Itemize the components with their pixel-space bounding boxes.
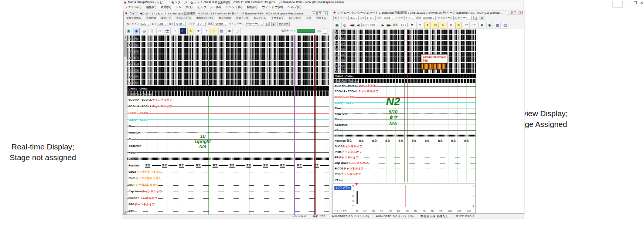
page-count-button[interactable]: 2 bbox=[480, 16, 484, 20]
review-maximize-button[interactable]: ❐ bbox=[512, 11, 517, 14]
scorer-person-icon[interactable]: ☻ bbox=[478, 22, 485, 28]
channel-row[interactable]: C3 - M2 bbox=[334, 40, 476, 46]
channel-row[interactable]: ECG-LA - ECG-LLチャンネルオフ bbox=[127, 103, 329, 110]
channel-row[interactable]: Flow bbox=[127, 123, 329, 129]
channel-row[interactable]: E1 - M2 bbox=[334, 63, 476, 68]
channel-row[interactable]: PPGチャンネルオフ bbox=[127, 202, 329, 208]
live-trace-canvas[interactable]: F3 - M2 F4 - M1 C3 - M2 C4 - M1 bbox=[127, 35, 329, 215]
disabled-tool-icon[interactable]: ▢ bbox=[234, 28, 241, 34]
previous-epoch-button[interactable]: ◀ bbox=[356, 23, 360, 27]
channel-row[interactable]: ECG-LA - ECG-LLチャンネルオフ bbox=[334, 89, 476, 94]
channel-row[interactable]: ECG RA - ECG-LA bbox=[334, 78, 476, 83]
settings-combo[interactable]: 7uV/mm▼ bbox=[422, 16, 436, 20]
channel-row[interactable]: Cap Waveチャンネルオフ bbox=[127, 188, 329, 195]
event-button[interactable]: 歯ぎしり bbox=[160, 16, 172, 20]
fast-forward-button[interactable]: ▶▶ bbox=[386, 23, 391, 27]
current-time-cursor[interactable] bbox=[314, 35, 316, 215]
settings-combo[interactable]: 30 秒/ページ▼ bbox=[245, 22, 263, 26]
page-count-button[interactable]: 2 bbox=[271, 22, 276, 26]
menu-item[interactable]: イベント(N) bbox=[225, 5, 243, 10]
video-cursor-line[interactable] bbox=[294, 35, 295, 215]
lights-on-icon[interactable]: ✳ bbox=[187, 28, 194, 34]
live-vertical-scrollbar[interactable]: ▲ ▼ bbox=[124, 35, 127, 215]
arrow-up-icon[interactable]: ↑ bbox=[172, 28, 178, 34]
channel-row[interactable]: E2 - M2 bbox=[334, 68, 476, 74]
current-time-cursor[interactable] bbox=[408, 29, 408, 182]
review-minimize-button[interactable]: ─ bbox=[507, 11, 512, 14]
waves-icon[interactable]: ≈ bbox=[195, 28, 202, 34]
channel-row[interactable]: F4 - M1 bbox=[127, 41, 329, 48]
channel-row[interactable]: 直立直立直立直立直立直立直立直立直立直立直立直立 Position 直立 bbox=[334, 138, 476, 144]
channel-row[interactable]: O1 - M2 bbox=[127, 60, 329, 67]
scroll-up-icon[interactable]: ▲ bbox=[124, 35, 127, 39]
maximize-icon[interactable]: ❒ bbox=[634, 1, 637, 5]
event-button[interactable]: 会話 bbox=[305, 16, 312, 20]
hypnogram-panel[interactable]: ヒプノグラム WRN1N2N3 851702553404255105 bbox=[333, 183, 476, 213]
channel-row[interactable]: O1 - M2 bbox=[334, 51, 476, 57]
minimize-icon[interactable]: — bbox=[627, 1, 630, 5]
scroll-thumb[interactable] bbox=[124, 40, 127, 57]
alarm-lamp-icon[interactable]: ♨ bbox=[211, 28, 217, 34]
channel-row[interactable]: F4 - M1 bbox=[334, 35, 476, 40]
scoring-run-icon[interactable]: ✦ bbox=[424, 22, 431, 28]
alpha-wave-icon[interactable]: α bbox=[156, 28, 163, 34]
channel-row[interactable]: C3 - M2 bbox=[127, 48, 329, 54]
event-button[interactable]: 低いいびき bbox=[287, 16, 302, 20]
menu-item[interactable]: 解析(A) bbox=[247, 5, 257, 10]
channel-row[interactable]: O2 - M1 bbox=[334, 57, 476, 63]
channel-row[interactable]: LLEG+ - LLEG- bbox=[127, 116, 329, 123]
event-button[interactable]: 大きいいびき bbox=[175, 16, 192, 20]
settings-combo[interactable]: EEG▼ bbox=[140, 22, 150, 26]
event-button[interactable]: 上半身直立 bbox=[270, 16, 284, 20]
channel-row[interactable]: XSum bbox=[334, 127, 476, 133]
page-minus-button[interactable]: [-] bbox=[473, 16, 478, 20]
scroll-thumb[interactable] bbox=[333, 32, 333, 47]
tv-monitor-icon[interactable]: ▤ bbox=[218, 28, 225, 34]
settings-combo[interactable]: オフ▼ bbox=[404, 16, 414, 20]
square-wave-icon[interactable]: ∏ bbox=[149, 28, 155, 34]
channel-row[interactable]: Snore bbox=[334, 133, 476, 138]
speed-stepper[interactable]: 1.0▲▼ bbox=[400, 23, 408, 27]
channel-row[interactable]: Flow_DR bbox=[127, 129, 329, 136]
channel-row[interactable]: F3 - M2 bbox=[127, 35, 329, 41]
live-titlebar[interactable]: ◉ ライブ: モンタージュセット 1 chest test 記録時間：0:07:… bbox=[124, 11, 329, 16]
menu-item[interactable]: 編集(E) bbox=[146, 5, 156, 10]
close-icon[interactable]: ✕ bbox=[640, 1, 643, 5]
channel-row[interactable]: SpO2センサがありません bbox=[127, 169, 329, 175]
channel-row[interactable]: E1 - M2 bbox=[127, 73, 329, 79]
technician-icon[interactable]: ☻ bbox=[226, 28, 233, 34]
redo-icon[interactable]: ↷ bbox=[471, 22, 477, 28]
channel-row[interactable]: PTT— bbox=[334, 177, 476, 182]
event-button[interactable]: 可聴呼吸 bbox=[145, 16, 157, 20]
hypnogram-plot[interactable] bbox=[356, 185, 471, 207]
event-button[interactable]: ねんでいる bbox=[253, 16, 268, 20]
settings-combo[interactable]: 30 秒/ページ▼ bbox=[453, 16, 472, 20]
settings-combo[interactable]: 70 Hz▼ bbox=[383, 16, 394, 20]
channel-row[interactable]: EtCO2チャンネルオフ bbox=[127, 195, 329, 202]
live-close-button[interactable]: ✕ bbox=[323, 11, 328, 15]
event-button[interactable]: カスタム bbox=[315, 16, 327, 20]
event-button[interactable]: 突発な目覚め bbox=[125, 16, 142, 20]
save-report-icon[interactable]: ◉ bbox=[486, 22, 493, 28]
undo-icon[interactable]: ↶ bbox=[463, 22, 470, 28]
video-camera-icon[interactable]: ◎ bbox=[341, 22, 348, 28]
live-maximize-button[interactable]: ❐ bbox=[317, 11, 322, 15]
snapshot-camera-icon[interactable]: ◉ bbox=[133, 28, 140, 34]
channel-row[interactable]: PPGチャンネルオフ bbox=[334, 171, 476, 177]
live-minimize-button[interactable]: ─ bbox=[312, 11, 317, 15]
event-button[interactable]: 中程度のいびき bbox=[195, 16, 215, 20]
channel-row[interactable]: XSum bbox=[127, 149, 329, 156]
note-refresh-icon[interactable]: ↻ bbox=[440, 22, 446, 28]
event-button[interactable]: 発音不明瞭 bbox=[218, 16, 232, 20]
note-delete-all-icon[interactable]: ✕ bbox=[455, 22, 462, 28]
review-titlebar[interactable]: ◉ レビュー: モンタージュセット 1 chest test 記録時間：0:06… bbox=[332, 10, 524, 15]
review-trace-canvas[interactable]: F3 - M2 F4 - M1 C3 - M2 bbox=[334, 29, 476, 182]
settings-combo[interactable]: 7uV/mm▼ bbox=[214, 22, 228, 26]
channel-row[interactable]: ECG-RA - ECG-LLチャンネルオフ bbox=[334, 83, 476, 89]
channel-row[interactable]: Abdomen bbox=[127, 142, 329, 149]
print-icon[interactable]: ▤ bbox=[502, 22, 508, 28]
export-icon[interactable]: ▦ bbox=[494, 22, 501, 28]
menu-item[interactable]: モンタージュ(M) bbox=[197, 5, 221, 10]
undo-button[interactable]: 元に戻す bbox=[277, 22, 290, 26]
channel-row[interactable]: ECG RA - ECG-LA bbox=[127, 91, 329, 97]
